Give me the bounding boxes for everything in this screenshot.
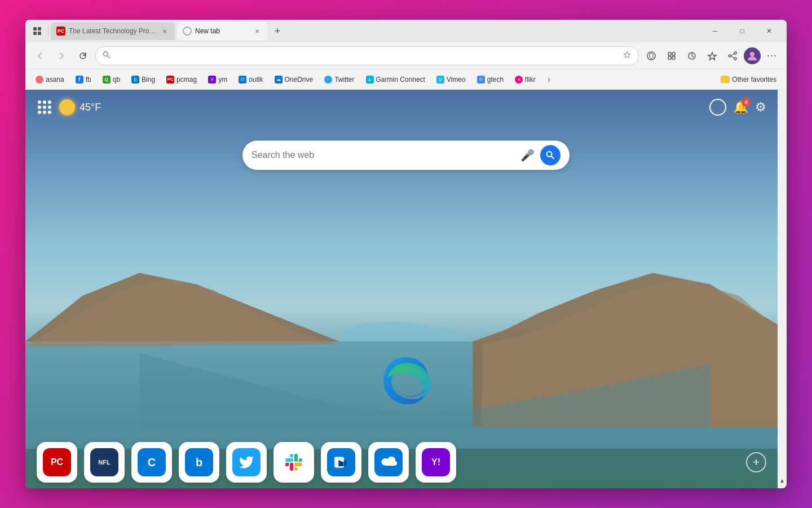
add-quicklink-button[interactable]: +: [746, 452, 766, 472]
back-button[interactable]: [31, 47, 49, 65]
fav-asana[interactable]: asana: [31, 73, 69, 86]
fav-pcmag-label: pcmag: [176, 76, 197, 84]
fav-onedrive[interactable]: ☁ OneDrive: [270, 73, 318, 86]
fav-ym[interactable]: Y ym: [204, 73, 232, 86]
tab-add-button[interactable]: +: [270, 23, 285, 39]
folder-icon: [721, 76, 730, 83]
newtab-content: 45°F 🔔 4 ⚙ 🎤: [25, 90, 787, 488]
quicklink-twitter[interactable]: [226, 442, 267, 483]
scrollbar[interactable]: ▲: [778, 90, 787, 488]
weather-temperature: 45°F: [80, 102, 101, 113]
bing-icon: b: [131, 76, 139, 84]
quicklink-pcmag[interactable]: PC: [37, 442, 77, 483]
quicklink-nfl[interactable]: NFL: [84, 442, 125, 483]
outlook-quicklink-icon: [327, 448, 355, 476]
svg-rect-2: [33, 32, 37, 35]
tab-newtab-title: New tab: [195, 27, 249, 35]
tab-pcmag[interactable]: PC The Latest Technology Product R... ✕: [51, 22, 175, 40]
garmin-icon: ▲: [366, 76, 374, 84]
tab-pcmag-title: The Latest Technology Product R...: [69, 27, 157, 35]
fav-outlk-label: outlk: [249, 76, 263, 84]
quicklink-slack[interactable]: [273, 442, 314, 483]
fav-asana-label: asana: [46, 76, 64, 84]
circle-button[interactable]: [709, 99, 726, 116]
collections-icon[interactable]: [663, 47, 681, 65]
gtech-icon: G: [477, 76, 485, 84]
share-icon[interactable]: [723, 47, 742, 65]
url-bar[interactable]: [95, 46, 639, 65]
fav-bing-label: Bing: [142, 76, 155, 84]
fav-pcmag[interactable]: PC pcmag: [162, 73, 201, 86]
browser-menu-icon[interactable]: [30, 23, 46, 39]
fav-gtech[interactable]: G gtech: [473, 73, 508, 86]
cortana-quicklink-icon: C: [138, 448, 166, 476]
favorites-star-icon[interactable]: [623, 50, 632, 62]
tab-bar: PC The Latest Technology Product R... ✕ …: [25, 20, 787, 42]
favorites-bar: asana f fb Q qb b Bing PC pcmag Y ym O o…: [25, 69, 787, 90]
vimeo-icon: V: [436, 76, 444, 84]
fav-more-button[interactable]: ›: [542, 73, 556, 86]
fav-onedrive-label: OneDrive: [285, 76, 314, 84]
qb-icon: Q: [103, 76, 111, 84]
fav-gtech-label: gtech: [487, 76, 504, 84]
address-bar: ···: [25, 42, 787, 69]
fav-garmin[interactable]: ▲ Garmin Connect: [361, 73, 430, 86]
fav-vimeo[interactable]: V Vimeo: [432, 73, 470, 86]
fav-flikr[interactable]: ● flikr: [510, 73, 540, 86]
svg-rect-10: [672, 56, 675, 59]
more-options-icon[interactable]: ···: [763, 47, 781, 65]
svg-rect-3: [38, 32, 41, 35]
tab-newtab[interactable]: New tab ✕: [177, 22, 267, 40]
extensions-icon[interactable]: [642, 47, 660, 65]
bing-quicklink-icon: b: [185, 448, 213, 476]
svg-point-5: [104, 52, 108, 56]
maximize-button[interactable]: □: [729, 22, 755, 40]
microphone-icon[interactable]: 🎤: [520, 148, 535, 162]
twitter-fav-icon: 🐦: [324, 76, 332, 84]
refresh-button[interactable]: [74, 47, 92, 65]
url-input[interactable]: [115, 51, 618, 60]
page-search-button[interactable]: [540, 145, 561, 165]
svg-rect-1: [38, 27, 41, 30]
quicklink-outlook[interactable]: [321, 442, 361, 483]
settings-gear-icon[interactable]: ⚙: [755, 100, 766, 115]
newtab-topbar: 45°F 🔔 4 ⚙: [25, 90, 778, 125]
page-search-input[interactable]: [251, 150, 515, 160]
quicklink-bing[interactable]: b: [179, 442, 219, 483]
onedrive-fav-icon: ☁: [275, 76, 283, 84]
fav-twitter[interactable]: 🐦 Twitter: [320, 73, 359, 86]
newtab-topbar-right: 🔔 4 ⚙: [709, 99, 766, 116]
newtab-favicon: [183, 27, 192, 36]
close-button[interactable]: ✕: [756, 22, 782, 40]
other-favorites[interactable]: Other favorites: [716, 73, 781, 86]
svg-point-14: [729, 55, 731, 57]
minimize-button[interactable]: ─: [702, 22, 728, 40]
scroll-up-button[interactable]: ▲: [778, 475, 787, 486]
quicklink-yahoo[interactable]: Y!: [416, 442, 456, 483]
other-favorites-label: Other favorites: [732, 76, 776, 84]
history-icon[interactable]: [683, 47, 701, 65]
apps-grid-button[interactable]: [37, 99, 52, 115]
svg-point-17: [547, 152, 552, 157]
fav-ym-label: ym: [218, 76, 227, 84]
notifications-button[interactable]: 🔔 4: [733, 100, 748, 115]
asana-icon: [36, 76, 43, 84]
svg-rect-8: [672, 52, 675, 55]
fav-outlk[interactable]: O outlk: [234, 73, 267, 86]
pcmag-fav-icon: PC: [166, 76, 174, 84]
forward-button[interactable]: [52, 47, 70, 65]
page-search-wrapper: 🎤: [242, 141, 570, 170]
slack-quicklink-icon: [280, 448, 308, 476]
fav-fb[interactable]: f fb: [71, 73, 96, 86]
favorites-icon[interactable]: [703, 47, 721, 65]
profile-icon[interactable]: [744, 47, 761, 64]
fav-qb[interactable]: Q qb: [98, 73, 125, 86]
fav-bing[interactable]: b Bing: [127, 73, 160, 86]
quicklink-cortana[interactable]: C: [131, 442, 172, 483]
quicklink-onedrive[interactable]: [368, 442, 409, 483]
svg-rect-7: [668, 52, 671, 55]
tab-newtab-close[interactable]: ✕: [253, 27, 262, 36]
tab-pcmag-close[interactable]: ✕: [160, 27, 169, 36]
page-search-bar: 🎤: [242, 141, 570, 170]
fav-twitter-label: Twitter: [334, 76, 354, 84]
